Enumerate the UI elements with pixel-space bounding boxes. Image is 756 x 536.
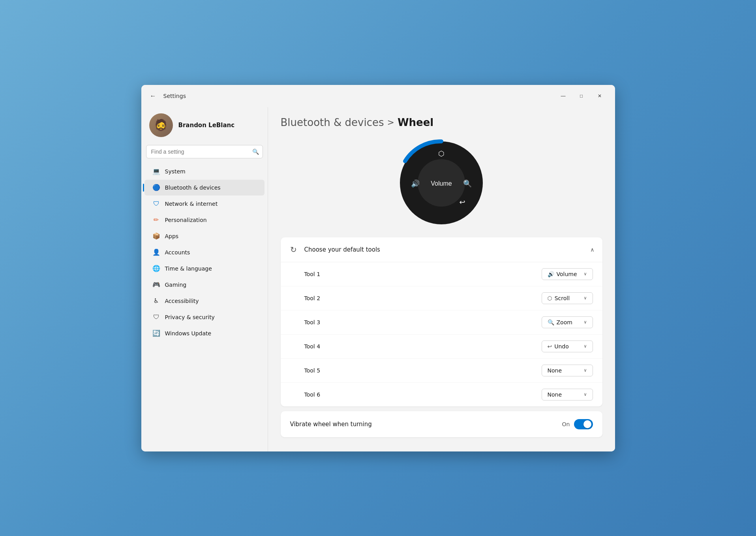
vibrate-card: Vibrate wheel when turning On (281, 411, 602, 437)
sidebar-item-accessibility[interactable]: ♿ Accessibility (144, 293, 265, 309)
tool-select-tool5[interactable]: None ∨ (542, 365, 593, 376)
nav-icon-gaming: 🎮 (152, 281, 160, 289)
sidebar-item-network[interactable]: 🛡 Network & internet (144, 196, 265, 212)
window-controls: — □ ✕ (554, 90, 609, 102)
svg-text:⬡: ⬡ (438, 149, 445, 158)
tool-chevron-tool5: ∨ (583, 368, 587, 373)
tools-list: Tool 1 🔊 Volume ∨ Tool 2 ⬡ Scroll ∨ Tool… (281, 262, 602, 406)
tool-row-tool3: Tool 3 🔍 Zoom ∨ (281, 310, 602, 335)
tool-row-tool6: Tool 6 None ∨ (281, 383, 602, 406)
tool-value-tool1: Volume (557, 271, 582, 277)
sidebar-item-system[interactable]: 💻 System (144, 164, 265, 179)
nav-label-accessibility: Accessibility (165, 298, 199, 304)
tool-select-tool3[interactable]: 🔍 Zoom ∨ (542, 316, 593, 328)
tool-row-tool5: Tool 5 None ∨ (281, 359, 602, 383)
tool-chevron-tool6: ∨ (583, 392, 587, 397)
choose-tools-header[interactable]: ↻ Choose your default tools ∧ (281, 237, 602, 262)
svg-text:🔍: 🔍 (463, 179, 472, 188)
tool-label-tool5: Tool 5 (304, 367, 321, 374)
sidebar-item-personalization[interactable]: ✏️ Personalization (144, 212, 265, 228)
tool-row-tool1: Tool 1 🔊 Volume ∨ (281, 262, 602, 286)
user-section: 🧔 Brandon LeBlanc (141, 107, 268, 145)
wheel-graphic: Volume ⬡ 🔊 🔍 ↩ (398, 139, 485, 226)
tool-value-tool5: None (548, 367, 582, 374)
nav-label-accounts: Accounts (165, 249, 190, 256)
tool-value-tool3: Zoom (557, 319, 582, 325)
search-input[interactable] (146, 145, 263, 158)
settings-window: ← Settings — □ ✕ 🧔 Brandon LeBlanc 🔍 💻 S… (141, 85, 615, 451)
nav-icon-privacy: 🛡 (152, 313, 160, 321)
tool-label-tool1: Tool 1 (304, 271, 321, 277)
window-title: Settings (163, 93, 186, 99)
svg-text:↩: ↩ (459, 198, 465, 206)
wheel-container: Volume ⬡ 🔊 🔍 ↩ (281, 139, 602, 226)
nav-label-privacy: Privacy & security (165, 314, 215, 320)
tool-value-tool4: Undo (554, 343, 581, 350)
breadcrumb-separator: > (387, 117, 394, 127)
tool-label-tool3: Tool 3 (304, 319, 321, 325)
tool-row-tool2: Tool 2 ⬡ Scroll ∨ (281, 286, 602, 310)
tool-icon-tool2: ⬡ (548, 295, 552, 301)
tool-select-tool6[interactable]: None ∨ (542, 389, 593, 401)
sidebar-item-privacy[interactable]: 🛡 Privacy & security (144, 309, 265, 325)
sidebar-item-update[interactable]: 🔄 Windows Update (144, 325, 265, 341)
avatar-image: 🧔 (149, 113, 173, 137)
avatar: 🧔 (149, 113, 173, 137)
tool-chevron-tool2: ∨ (583, 295, 587, 301)
vibrate-row: Vibrate wheel when turning On (281, 411, 602, 437)
tool-chevron-tool4: ∨ (583, 344, 587, 349)
tool-select-tool1[interactable]: 🔊 Volume ∨ (542, 268, 593, 280)
nav-icon-accessibility: ♿ (152, 297, 160, 305)
choose-tools-icon: ↻ (289, 244, 299, 255)
tool-row-tool4: Tool 4 ↩ Undo ∨ (281, 335, 602, 359)
search-icon: 🔍 (252, 149, 259, 155)
choose-tools-card: ↻ Choose your default tools ∧ Tool 1 🔊 V… (281, 237, 602, 406)
tool-value-tool2: Scroll (555, 295, 582, 301)
nav-icon-bluetooth: 🔵 (152, 184, 160, 192)
tool-label-tool2: Tool 2 (304, 295, 321, 301)
nav-label-apps: Apps (165, 233, 179, 239)
back-button[interactable]: ← (148, 90, 159, 102)
nav-icon-system: 💻 (152, 167, 160, 175)
tool-icon-tool1: 🔊 (548, 271, 554, 277)
breadcrumb-parent[interactable]: Bluetooth & devices (281, 117, 384, 128)
nav-label-gaming: Gaming (165, 282, 187, 288)
sidebar: 🧔 Brandon LeBlanc 🔍 💻 System 🔵 Bluetooth… (141, 107, 268, 451)
nav-label-network: Network & internet (165, 201, 218, 207)
vibrate-status: On (562, 421, 570, 427)
user-name: Brandon LeBlanc (178, 122, 235, 129)
nav-icon-time: 🌐 (152, 265, 160, 273)
choose-tools-title: Choose your default tools (304, 246, 380, 253)
nav-label-time: Time & language (165, 265, 212, 272)
nav-icon-personalization: ✏️ (152, 216, 160, 224)
tool-chevron-tool3: ∨ (583, 320, 587, 325)
tool-select-tool4[interactable]: ↩ Undo ∨ (542, 340, 593, 352)
minimize-button[interactable]: — (554, 90, 572, 102)
sidebar-item-accounts[interactable]: 👤 Accounts (144, 244, 265, 260)
tool-select-tool2[interactable]: ⬡ Scroll ∨ (542, 292, 593, 304)
sidebar-item-gaming[interactable]: 🎮 Gaming (144, 277, 265, 293)
nav-icon-update: 🔄 (152, 329, 160, 337)
nav-label-system: System (165, 168, 186, 175)
close-button[interactable]: ✕ (591, 90, 609, 102)
vibrate-label: Vibrate wheel when turning (290, 421, 372, 428)
toggle-thumb (583, 420, 591, 428)
nav-label-update: Windows Update (165, 330, 212, 337)
breadcrumb-current: Wheel (398, 117, 433, 128)
choose-tools-chevron: ∧ (590, 246, 594, 253)
vibrate-toggle[interactable] (574, 419, 593, 429)
nav-icon-apps: 📦 (152, 232, 160, 240)
breadcrumb: Bluetooth & devices > Wheel (281, 117, 602, 128)
tool-icon-tool4: ↩ (548, 343, 552, 350)
vibrate-right: On (562, 419, 593, 429)
sidebar-item-apps[interactable]: 📦 Apps (144, 228, 265, 244)
sidebar-item-bluetooth[interactable]: 🔵 Bluetooth & devices (144, 180, 265, 196)
card-header-left: ↻ Choose your default tools (289, 244, 380, 255)
sidebar-item-time[interactable]: 🌐 Time & language (144, 261, 265, 276)
main-layout: 🧔 Brandon LeBlanc 🔍 💻 System 🔵 Bluetooth… (141, 107, 615, 451)
nav-icon-network: 🛡 (152, 200, 160, 208)
tool-label-tool4: Tool 4 (304, 343, 321, 350)
nav-list: 💻 System 🔵 Bluetooth & devices 🛡 Network… (141, 163, 268, 342)
maximize-button[interactable]: □ (572, 90, 591, 102)
nav-label-bluetooth: Bluetooth & devices (165, 184, 221, 191)
